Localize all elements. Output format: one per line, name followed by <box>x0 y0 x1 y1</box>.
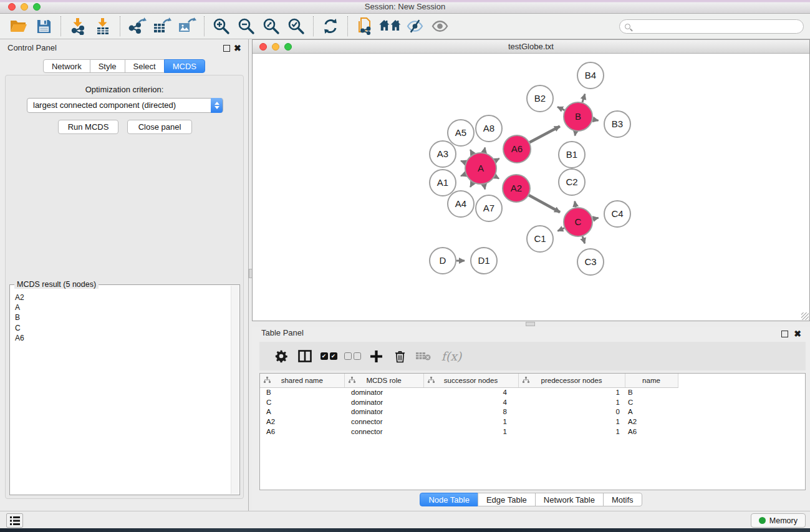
edge-A2-C[interactable] <box>529 195 560 212</box>
cell[interactable]: C <box>625 397 678 407</box>
edge-B-B4[interactable] <box>582 94 585 102</box>
column-header-shared-name[interactable]: shared name <box>260 374 344 387</box>
edge-B-B3[interactable] <box>593 119 599 120</box>
delete-column-button[interactable] <box>388 344 412 368</box>
home-button[interactable] <box>377 15 402 37</box>
result-scrollbar[interactable] <box>231 286 239 494</box>
mcds-result-item[interactable]: B <box>15 312 230 322</box>
cell[interactable]: dominator <box>344 387 423 397</box>
zoom-selected-button[interactable] <box>284 15 309 37</box>
edge-A-A1[interactable] <box>461 174 466 176</box>
float-panel-icon[interactable] <box>223 45 230 52</box>
cell[interactable]: 1 <box>423 427 518 437</box>
column-header-MCDS-role[interactable]: MCDS role <box>344 374 423 387</box>
show-columns-button[interactable] <box>293 344 317 368</box>
zoom-out-button[interactable] <box>234 15 259 37</box>
add-column-button[interactable] <box>364 344 388 368</box>
delete-table-button[interactable] <box>412 344 435 368</box>
tab-motifs[interactable]: Motifs <box>603 493 642 506</box>
duplicate-network-button[interactable] <box>352 15 377 37</box>
cell[interactable]: 4 <box>423 397 518 407</box>
table-row[interactable]: Bdominator41B <box>260 387 805 397</box>
edge-A-A4[interactable] <box>470 183 473 187</box>
float-table-panel-icon[interactable] <box>781 331 788 337</box>
mcds-result-list[interactable]: A2ABCA6 <box>10 289 230 495</box>
close-window-button[interactable] <box>8 3 16 11</box>
edge-A-A8[interactable] <box>484 147 485 152</box>
open-session-button[interactable] <box>6 15 31 37</box>
column-header-predecessor-nodes[interactable]: predecessor nodes <box>518 374 625 387</box>
save-session-button[interactable] <box>31 15 56 37</box>
refresh-button[interactable] <box>318 15 343 37</box>
edge-B-B1[interactable] <box>575 132 576 136</box>
tab-network[interactable]: Network <box>43 59 90 73</box>
export-image-button[interactable] <box>175 15 200 37</box>
column-header-name[interactable]: name <box>625 374 678 387</box>
network-close-button[interactable] <box>259 43 267 51</box>
import-network-button[interactable] <box>65 15 90 37</box>
apply-function-button[interactable]: f(x) <box>435 344 468 368</box>
edge-A-A7[interactable] <box>484 184 485 189</box>
cell[interactable]: A <box>260 407 344 417</box>
cell[interactable]: A6 <box>260 427 344 437</box>
mcds-result-item[interactable]: A6 <box>15 333 230 343</box>
tab-mcds[interactable]: MCDS <box>164 59 205 73</box>
cell[interactable]: B <box>625 387 678 397</box>
export-network-button[interactable] <box>125 15 150 37</box>
cell[interactable]: connector <box>344 427 423 437</box>
cell[interactable]: 1 <box>518 387 625 397</box>
memory-button[interactable]: Memory <box>751 513 806 528</box>
cell[interactable]: dominator <box>344 407 423 417</box>
tab-style[interactable]: Style <box>90 59 125 73</box>
mcds-result-item[interactable]: A2 <box>15 293 230 302</box>
cell[interactable]: A2 <box>260 417 344 427</box>
cell[interactable]: A2 <box>625 417 678 427</box>
edge-C-C3[interactable] <box>582 236 585 244</box>
edge-B-B2[interactable] <box>557 107 564 110</box>
close-panel-button[interactable]: Close panel <box>127 120 192 134</box>
show-network-button[interactable] <box>427 15 452 37</box>
edge-A-A6[interactable] <box>495 158 499 161</box>
search-box[interactable] <box>619 19 804 34</box>
close-table-panel-icon[interactable]: ✖ <box>794 329 801 338</box>
edge-C-C2[interactable] <box>575 201 576 208</box>
cell[interactable]: C <box>260 397 344 407</box>
resize-grip-icon[interactable] <box>801 312 809 320</box>
table-row[interactable]: Cdominator41C <box>260 397 805 407</box>
edge-A-A5[interactable] <box>470 150 473 154</box>
mcds-result-item[interactable]: C <box>15 323 230 333</box>
edge-A-A3[interactable] <box>461 161 466 163</box>
cell[interactable]: 8 <box>423 407 518 417</box>
minimize-window-button[interactable] <box>21 3 28 11</box>
network-minimize-button[interactable] <box>272 43 279 51</box>
column-header-successor-nodes[interactable]: successor nodes <box>423 374 518 387</box>
mcds-result-item[interactable]: A <box>15 302 230 312</box>
run-mcds-button[interactable]: Run MCDS <box>58 120 118 134</box>
table-settings-button[interactable] <box>269 344 293 368</box>
horizontal-splitter-handle[interactable] <box>526 322 535 326</box>
cell[interactable]: connector <box>344 417 423 427</box>
export-table-button[interactable] <box>150 15 175 37</box>
cell[interactable]: 1 <box>423 417 518 427</box>
edge-C-C4[interactable] <box>593 218 599 219</box>
hide-network-button[interactable] <box>402 15 427 37</box>
cell[interactable]: A <box>625 407 678 417</box>
tab-edge-table[interactable]: Edge Table <box>478 493 536 506</box>
zoom-window-button[interactable] <box>33 3 41 11</box>
cell[interactable]: 1 <box>518 397 625 407</box>
network-canvas[interactable]: B4B2BB3A5A8A6B1A3AA1C2A2A4A7C4CC1DD1C3 <box>253 54 809 321</box>
cell[interactable]: 0 <box>518 407 625 417</box>
optimization-criterion-select[interactable]: largest connected component (directed) <box>27 98 223 113</box>
tab-node-table[interactable]: Node Table <box>420 493 478 506</box>
cell[interactable]: 1 <box>518 417 625 427</box>
tab-select[interactable]: Select <box>125 59 165 73</box>
cell[interactable]: 1 <box>518 427 625 437</box>
search-input[interactable] <box>634 21 803 32</box>
cell[interactable]: dominator <box>344 397 423 407</box>
import-table-button[interactable] <box>90 15 115 37</box>
zoom-fit-button[interactable] <box>259 15 284 37</box>
edge-A-A2[interactable] <box>495 177 499 179</box>
cell[interactable]: 4 <box>423 387 518 397</box>
edge-C-C1[interactable] <box>557 228 564 231</box>
close-panel-icon[interactable]: ✖ <box>234 44 241 52</box>
